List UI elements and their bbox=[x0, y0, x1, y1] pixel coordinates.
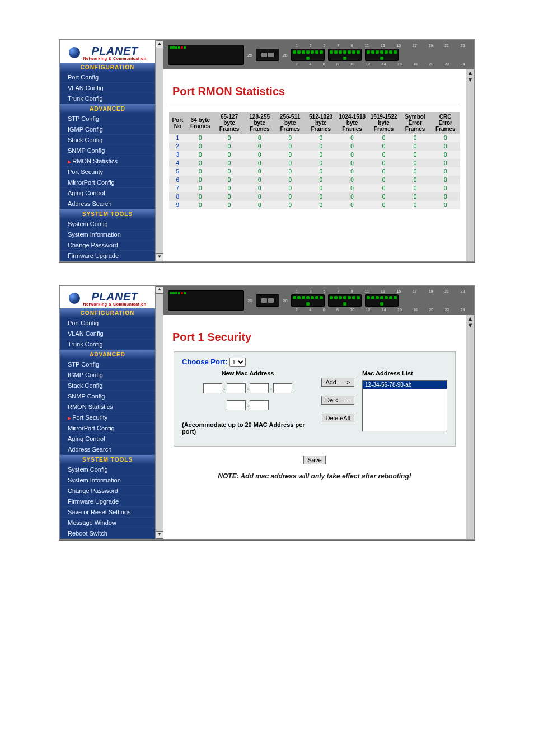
sidebar-item[interactable]: MirrorPort Config bbox=[60, 423, 155, 434]
mac-octet-input[interactable] bbox=[250, 400, 269, 410]
mac-list-item[interactable]: 12-34-56-78-90-ab bbox=[363, 381, 447, 389]
port-cell[interactable]: 6 bbox=[169, 176, 186, 184]
sidebar-item[interactable]: STP Config bbox=[60, 114, 155, 124]
port-cell[interactable]: 2 bbox=[169, 142, 186, 151]
sidebar-item[interactable]: Trunk Config bbox=[60, 93, 155, 104]
sidebar-scrollbar[interactable]: ▲ ▼ bbox=[155, 286, 163, 539]
port-number-label: 6 bbox=[323, 62, 325, 66]
sidebar-item[interactable]: Address Search bbox=[60, 199, 155, 209]
sidebar-item[interactable]: Aging Control bbox=[60, 188, 155, 199]
scroll-up-icon[interactable]: ▲ bbox=[467, 315, 474, 322]
sidebar-item[interactable]: Change Password bbox=[60, 486, 155, 496]
sidebar-item[interactable]: IGMP Config bbox=[60, 370, 155, 381]
sidebar-item[interactable]: Port Config bbox=[60, 318, 155, 328]
sidebar-item[interactable]: System Config bbox=[60, 464, 155, 475]
mac-octet-input[interactable] bbox=[203, 383, 222, 393]
port-cell[interactable]: 1 bbox=[169, 134, 186, 142]
sidebar-item[interactable]: VLAN Config bbox=[60, 328, 155, 339]
port-led-block bbox=[365, 294, 399, 307]
sidebar-item[interactable]: Reboot Switch bbox=[60, 528, 155, 539]
sidebar-item[interactable]: Stack Config bbox=[60, 381, 155, 391]
scroll-down-icon[interactable]: ▼ bbox=[467, 322, 474, 328]
port-cell[interactable]: 7 bbox=[169, 184, 186, 192]
save-button[interactable]: Save bbox=[303, 456, 325, 464]
sidebar-item[interactable]: Address Search bbox=[60, 444, 155, 455]
sidebar-item[interactable]: MirrorPort Config bbox=[60, 177, 155, 188]
brand-tagline: Networking & Communication bbox=[83, 302, 147, 306]
value-cell: 0 bbox=[400, 167, 431, 176]
sidebar-item[interactable]: Save or Reset Settings bbox=[60, 507, 155, 518]
port-led-block bbox=[328, 294, 362, 307]
port-cell[interactable]: 4 bbox=[169, 159, 186, 167]
port-number-label: 13 bbox=[381, 289, 385, 293]
sidebar-item[interactable]: VLAN Config bbox=[60, 83, 155, 93]
sidebar-scrollbar[interactable]: ▲ ▼ bbox=[155, 40, 163, 261]
sidebar-item[interactable]: Port Config bbox=[60, 72, 155, 83]
value-cell: 0 bbox=[186, 192, 214, 201]
port-number-label: 9 bbox=[351, 44, 353, 48]
port-number-label: 19 bbox=[429, 44, 433, 48]
sidebar-item[interactable]: System Config bbox=[60, 219, 155, 229]
mac-octet-input[interactable] bbox=[273, 383, 292, 393]
sidebar-item[interactable]: Aging Control bbox=[60, 434, 155, 444]
port-number-label: 1 bbox=[296, 44, 298, 48]
uplink-label-26: 26 bbox=[283, 53, 288, 58]
scroll-up-icon[interactable]: ▲ bbox=[156, 286, 163, 294]
value-cell: 0 bbox=[186, 134, 214, 142]
content-scrollbar[interactable]: ▲ ▼ bbox=[466, 69, 474, 261]
sidebar-item[interactable]: IGMP Config bbox=[60, 124, 155, 135]
scroll-down-icon[interactable]: ▼ bbox=[467, 76, 474, 83]
rmon-table: Port No64 byte Frames65-127 byte Frames1… bbox=[169, 112, 460, 209]
mac-address-list[interactable]: 12-34-56-78-90-ab bbox=[362, 380, 447, 431]
port-cell[interactable]: 3 bbox=[169, 151, 186, 159]
sidebar-item[interactable]: Stack Config bbox=[60, 135, 155, 145]
sidebar-item[interactable]: System Information bbox=[60, 475, 155, 486]
sidebar-item[interactable]: Firmware Upgrade bbox=[60, 496, 155, 507]
mac-octet-input[interactable] bbox=[227, 383, 246, 393]
value-cell: 0 bbox=[214, 151, 245, 159]
port-cell[interactable]: 8 bbox=[169, 192, 186, 201]
sidebar-item[interactable]: RMON Statistics bbox=[60, 156, 155, 167]
sidebar-item[interactable]: RMON Statistics bbox=[60, 402, 155, 412]
port-cell[interactable]: 9 bbox=[169, 201, 186, 209]
value-cell: 0 bbox=[275, 192, 306, 201]
sidebar-item[interactable]: STP Config bbox=[60, 359, 155, 370]
device-mini-icon bbox=[168, 45, 244, 65]
sidebar-item[interactable]: Port Security bbox=[60, 167, 155, 177]
value-cell: 0 bbox=[336, 184, 368, 192]
value-cell: 0 bbox=[305, 167, 336, 176]
sidebar-item[interactable]: Message Window bbox=[60, 518, 155, 528]
sidebar-item[interactable]: SNMP Config bbox=[60, 391, 155, 402]
value-cell: 0 bbox=[368, 151, 399, 159]
mac-octet-input[interactable] bbox=[227, 400, 246, 410]
add-button[interactable]: Add-----> bbox=[321, 378, 354, 387]
port-number-label: 24 bbox=[461, 62, 465, 66]
port-number-label: 14 bbox=[382, 62, 386, 66]
scroll-down-icon[interactable]: ▼ bbox=[156, 253, 163, 261]
value-cell: 0 bbox=[214, 167, 245, 176]
choose-port-label: Choose Port: bbox=[182, 358, 228, 366]
scroll-up-icon[interactable]: ▲ bbox=[156, 40, 163, 48]
scroll-up-icon[interactable]: ▲ bbox=[467, 69, 474, 76]
sidebar-item[interactable]: Change Password bbox=[60, 240, 155, 251]
value-cell: 0 bbox=[186, 159, 214, 167]
delete-all-button[interactable]: DeleteAll bbox=[322, 414, 354, 422]
choose-port-select[interactable]: 1 bbox=[229, 358, 246, 367]
port-number-label: 17 bbox=[413, 44, 417, 48]
port-number-label: 9 bbox=[351, 289, 353, 293]
sidebar-item[interactable]: Trunk Config bbox=[60, 339, 155, 350]
port-cell[interactable]: 5 bbox=[169, 167, 186, 176]
sidebar-item[interactable]: SNMP Config bbox=[60, 145, 155, 156]
del-button[interactable]: Del<------ bbox=[321, 396, 354, 405]
content-area: Port RMON Statistics Port No64 byte Fram… bbox=[163, 69, 466, 261]
content-scrollbar[interactable]: ▲ ▼ bbox=[466, 315, 474, 539]
value-cell: 0 bbox=[186, 167, 214, 176]
sidebar-item[interactable]: System Information bbox=[60, 229, 155, 240]
sidebar-item[interactable]: Port Security bbox=[60, 412, 155, 423]
port-number-label: 18 bbox=[413, 62, 418, 66]
mac-octet-input[interactable] bbox=[250, 383, 269, 393]
scroll-down-icon[interactable]: ▼ bbox=[156, 531, 163, 539]
sidebar-item[interactable]: Firmware Upgrade bbox=[60, 251, 155, 261]
page-title: Port 1 Security bbox=[172, 331, 460, 344]
value-cell: 0 bbox=[244, 192, 275, 201]
